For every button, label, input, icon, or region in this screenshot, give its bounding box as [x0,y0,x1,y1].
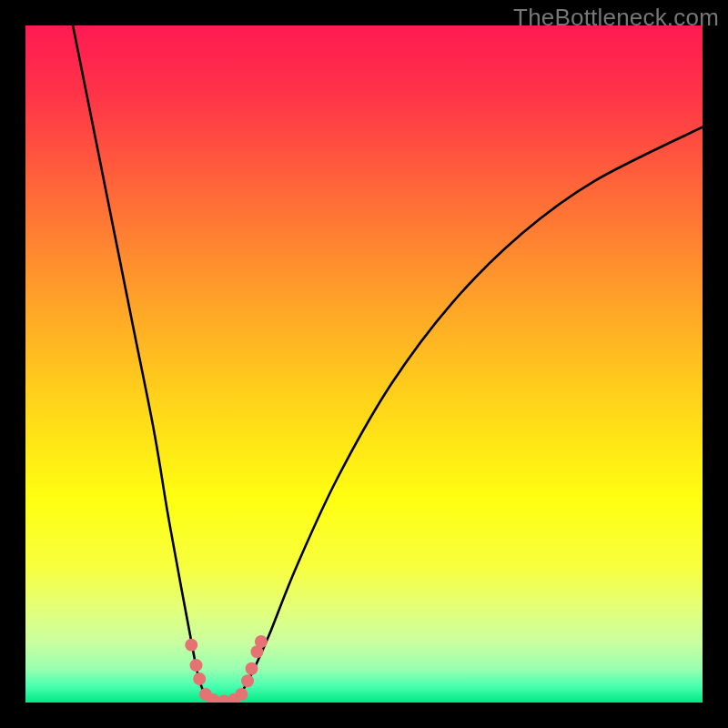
chart-frame: TheBottleneck.com [0,0,728,728]
data-marker [255,635,268,648]
markers-layer [25,25,703,703]
plot-area [25,25,703,703]
data-marker [235,688,248,701]
data-marker [241,674,254,687]
data-marker [246,662,258,675]
data-marker [185,639,197,652]
watermark-text: TheBottleneck.com [513,4,719,32]
data-marker [189,659,202,672]
data-marker [193,672,206,685]
